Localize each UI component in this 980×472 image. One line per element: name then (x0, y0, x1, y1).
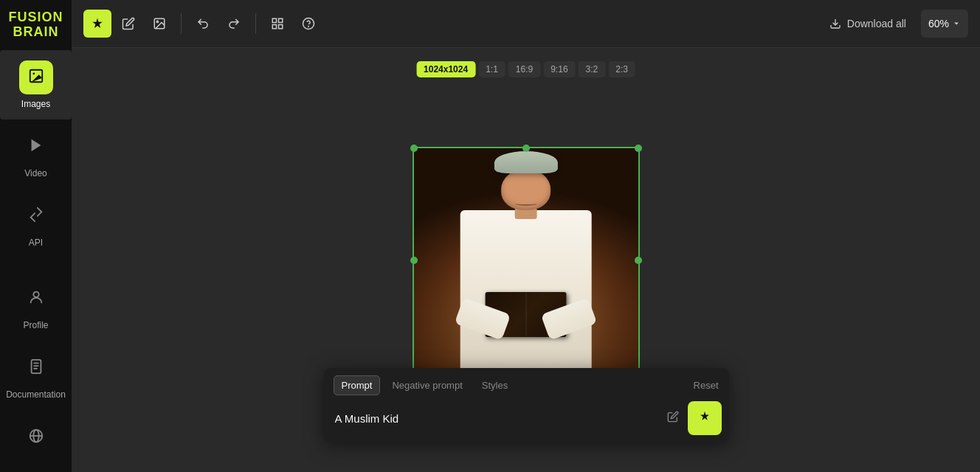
svg-point-3 (33, 292, 38, 297)
download-all-button[interactable]: Download all (818, 10, 918, 38)
svg-rect-10 (279, 18, 283, 22)
sidebar-item-profile[interactable]: Profile (0, 271, 72, 341)
svg-point-1 (32, 72, 35, 74)
edit-prompt-icon[interactable] (664, 408, 682, 428)
sidebar-bottom: Profile Documentation (0, 271, 72, 472)
profile-icon (28, 289, 44, 308)
logo: FUSION BRAIN (0, 0, 72, 50)
tab-styles[interactable]: Styles (475, 376, 515, 395)
tab-prompt[interactable]: Prompt (334, 375, 381, 395)
image-container[interactable] (413, 147, 640, 374)
sidebar-nav: Images Video (0, 50, 72, 271)
edit-button[interactable] (114, 10, 142, 38)
api-icon (28, 206, 44, 226)
aspect-3-2[interactable]: 3:2 (579, 61, 606, 77)
globe-icon-wrap (19, 420, 53, 454)
docs-icon (28, 358, 44, 378)
figure-headwrap (494, 151, 557, 174)
sidebar-item-profile-label: Profile (23, 320, 48, 330)
aspect-1-1[interactable]: 1:1 (478, 61, 505, 77)
logo-line2: BRAIN (13, 25, 59, 40)
sidebar-item-api[interactable]: API (0, 189, 72, 258)
svg-rect-9 (272, 18, 276, 22)
prompt-input[interactable] (331, 408, 658, 429)
generate-button[interactable] (688, 401, 722, 435)
video-icon (28, 137, 44, 156)
video-icon-wrap (19, 130, 53, 164)
images-icon-wrap (19, 60, 53, 94)
profile-icon-wrap (19, 282, 53, 316)
sidebar-item-images[interactable]: Images (0, 50, 72, 119)
sidebar-item-api-label: API (29, 237, 43, 248)
canvas-area[interactable]: 1024x1024 1:1 16:9 9:16 3:2 2:3 (72, 48, 980, 472)
grid-button[interactable] (263, 10, 291, 38)
aspect-2-3[interactable]: 2:3 (608, 61, 635, 77)
aspect-ratio-bar: 1024x1024 1:1 16:9 9:16 3:2 2:3 (416, 61, 635, 77)
sidebar-item-globe[interactable] (0, 410, 72, 465)
image-icon (28, 68, 44, 87)
zoom-control[interactable]: 60% (921, 10, 968, 38)
sidebar-item-documentation[interactable]: Documentation (0, 341, 72, 410)
zoom-value: 60% (928, 18, 949, 30)
sidebar-item-docs-label: Documentation (6, 389, 66, 400)
logo-line1: FUSION (8, 10, 63, 25)
svg-point-14 (308, 26, 309, 27)
api-icon-wrap (19, 199, 53, 233)
main-content: Download all 60% 1024x1024 1:1 16:9 9:16… (72, 0, 980, 472)
divider-1 (181, 13, 182, 34)
aspect-1024x1024[interactable]: 1024x1024 (416, 61, 475, 77)
prompt-tabs: Prompt Negative prompt Styles Reset (323, 368, 729, 395)
book-spine (526, 294, 527, 336)
add-image-button[interactable] (145, 10, 173, 38)
generated-image (413, 147, 640, 374)
download-all-label: Download all (847, 18, 906, 30)
docs-icon-wrap (19, 351, 53, 385)
sidebar-item-video-label: Video (24, 168, 46, 178)
sidebar-item-video[interactable]: Video (0, 119, 72, 189)
redo-button[interactable] (220, 10, 248, 38)
reset-button[interactable]: Reset (694, 380, 719, 391)
divider-2 (255, 13, 256, 34)
prompt-area: Prompt Negative prompt Styles Reset (323, 368, 729, 442)
magic-button[interactable] (83, 10, 111, 38)
svg-rect-11 (272, 25, 276, 29)
svg-point-8 (156, 21, 158, 22)
aspect-9-16[interactable]: 9:16 (543, 61, 575, 77)
svg-rect-12 (279, 25, 283, 29)
toolbar: Download all 60% (72, 0, 980, 48)
undo-button[interactable] (189, 10, 217, 38)
prompt-input-row (323, 395, 729, 442)
globe-icon (28, 428, 44, 447)
tab-negative-prompt[interactable]: Negative prompt (384, 376, 469, 395)
help-button[interactable] (294, 10, 322, 38)
sidebar-item-images-label: Images (21, 99, 50, 109)
svg-marker-2 (31, 139, 41, 151)
aspect-16-9[interactable]: 16:9 (508, 61, 540, 77)
sidebar: FUSION BRAIN Images (0, 0, 72, 472)
